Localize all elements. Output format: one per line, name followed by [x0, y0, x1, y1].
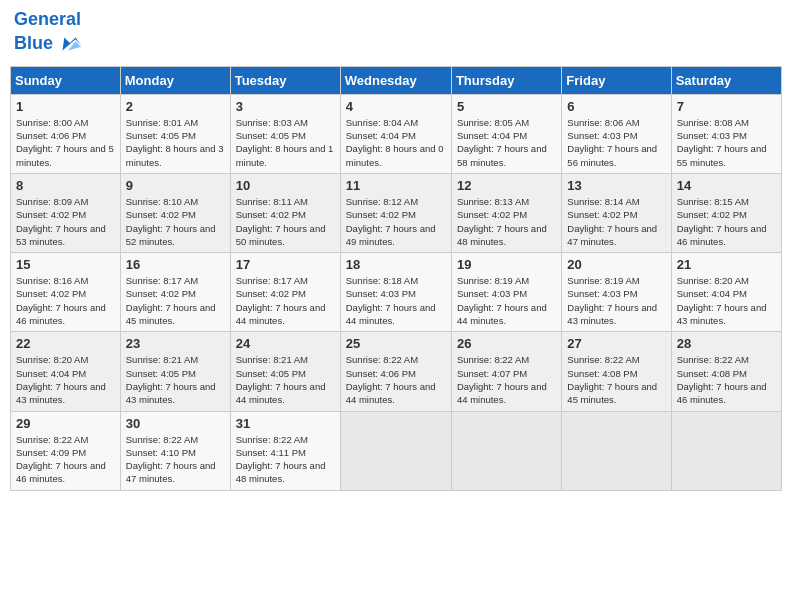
- day-detail: Sunrise: 8:13 AMSunset: 4:02 PMDaylight:…: [457, 195, 556, 248]
- day-detail: Sunrise: 8:20 AMSunset: 4:04 PMDaylight:…: [677, 274, 776, 327]
- day-number: 13: [567, 178, 665, 193]
- day-detail: Sunrise: 8:14 AMSunset: 4:02 PMDaylight:…: [567, 195, 665, 248]
- weekday-header-friday: Friday: [562, 66, 671, 94]
- calendar-cell: [340, 411, 451, 490]
- calendar-cell: 25 Sunrise: 8:22 AMSunset: 4:06 PMDaylig…: [340, 332, 451, 411]
- calendar-cell: 24 Sunrise: 8:21 AMSunset: 4:05 PMDaylig…: [230, 332, 340, 411]
- day-number: 5: [457, 99, 556, 114]
- day-detail: Sunrise: 8:19 AMSunset: 4:03 PMDaylight:…: [567, 274, 665, 327]
- calendar-cell: 9 Sunrise: 8:10 AMSunset: 4:02 PMDayligh…: [120, 173, 230, 252]
- calendar-cell: 3 Sunrise: 8:03 AMSunset: 4:05 PMDayligh…: [230, 94, 340, 173]
- calendar-cell: 10 Sunrise: 8:11 AMSunset: 4:02 PMDaylig…: [230, 173, 340, 252]
- calendar-cell: 31 Sunrise: 8:22 AMSunset: 4:11 PMDaylig…: [230, 411, 340, 490]
- calendar-cell: 1 Sunrise: 8:00 AMSunset: 4:06 PMDayligh…: [11, 94, 121, 173]
- calendar-cell: 15 Sunrise: 8:16 AMSunset: 4:02 PMDaylig…: [11, 253, 121, 332]
- calendar-cell: 8 Sunrise: 8:09 AMSunset: 4:02 PMDayligh…: [11, 173, 121, 252]
- weekday-header-saturday: Saturday: [671, 66, 781, 94]
- day-number: 2: [126, 99, 225, 114]
- day-detail: Sunrise: 8:16 AMSunset: 4:02 PMDaylight:…: [16, 274, 115, 327]
- day-number: 7: [677, 99, 776, 114]
- day-detail: Sunrise: 8:00 AMSunset: 4:06 PMDaylight:…: [16, 116, 115, 169]
- weekday-header-thursday: Thursday: [451, 66, 561, 94]
- day-number: 8: [16, 178, 115, 193]
- day-detail: Sunrise: 8:06 AMSunset: 4:03 PMDaylight:…: [567, 116, 665, 169]
- weekday-header-row: SundayMondayTuesdayWednesdayThursdayFrid…: [11, 66, 782, 94]
- calendar-cell: 17 Sunrise: 8:17 AMSunset: 4:02 PMDaylig…: [230, 253, 340, 332]
- day-detail: Sunrise: 8:08 AMSunset: 4:03 PMDaylight:…: [677, 116, 776, 169]
- calendar-cell: 28 Sunrise: 8:22 AMSunset: 4:08 PMDaylig…: [671, 332, 781, 411]
- day-detail: Sunrise: 8:04 AMSunset: 4:04 PMDaylight:…: [346, 116, 446, 169]
- calendar-week-row: 22 Sunrise: 8:20 AMSunset: 4:04 PMDaylig…: [11, 332, 782, 411]
- calendar-cell: [451, 411, 561, 490]
- day-detail: Sunrise: 8:20 AMSunset: 4:04 PMDaylight:…: [16, 353, 115, 406]
- day-detail: Sunrise: 8:17 AMSunset: 4:02 PMDaylight:…: [126, 274, 225, 327]
- day-detail: Sunrise: 8:22 AMSunset: 4:11 PMDaylight:…: [236, 433, 335, 486]
- day-number: 31: [236, 416, 335, 431]
- day-number: 9: [126, 178, 225, 193]
- day-number: 19: [457, 257, 556, 272]
- day-detail: Sunrise: 8:22 AMSunset: 4:09 PMDaylight:…: [16, 433, 115, 486]
- day-detail: Sunrise: 8:03 AMSunset: 4:05 PMDaylight:…: [236, 116, 335, 169]
- day-detail: Sunrise: 8:19 AMSunset: 4:03 PMDaylight:…: [457, 274, 556, 327]
- calendar-cell: 21 Sunrise: 8:20 AMSunset: 4:04 PMDaylig…: [671, 253, 781, 332]
- day-detail: Sunrise: 8:10 AMSunset: 4:02 PMDaylight:…: [126, 195, 225, 248]
- weekday-header-sunday: Sunday: [11, 66, 121, 94]
- day-detail: Sunrise: 8:22 AMSunset: 4:08 PMDaylight:…: [677, 353, 776, 406]
- day-number: 21: [677, 257, 776, 272]
- day-detail: Sunrise: 8:11 AMSunset: 4:02 PMDaylight:…: [236, 195, 335, 248]
- day-number: 23: [126, 336, 225, 351]
- calendar-cell: 26 Sunrise: 8:22 AMSunset: 4:07 PMDaylig…: [451, 332, 561, 411]
- weekday-header-monday: Monday: [120, 66, 230, 94]
- day-number: 20: [567, 257, 665, 272]
- weekday-header-wednesday: Wednesday: [340, 66, 451, 94]
- calendar-cell: 13 Sunrise: 8:14 AMSunset: 4:02 PMDaylig…: [562, 173, 671, 252]
- calendar-cell: 5 Sunrise: 8:05 AMSunset: 4:04 PMDayligh…: [451, 94, 561, 173]
- day-detail: Sunrise: 8:21 AMSunset: 4:05 PMDaylight:…: [236, 353, 335, 406]
- day-number: 30: [126, 416, 225, 431]
- calendar-cell: 18 Sunrise: 8:18 AMSunset: 4:03 PMDaylig…: [340, 253, 451, 332]
- day-number: 1: [16, 99, 115, 114]
- day-number: 17: [236, 257, 335, 272]
- day-detail: Sunrise: 8:12 AMSunset: 4:02 PMDaylight:…: [346, 195, 446, 248]
- calendar-cell: [562, 411, 671, 490]
- day-number: 6: [567, 99, 665, 114]
- day-number: 27: [567, 336, 665, 351]
- day-number: 22: [16, 336, 115, 351]
- day-detail: Sunrise: 8:15 AMSunset: 4:02 PMDaylight:…: [677, 195, 776, 248]
- calendar-cell: 30 Sunrise: 8:22 AMSunset: 4:10 PMDaylig…: [120, 411, 230, 490]
- day-detail: Sunrise: 8:22 AMSunset: 4:08 PMDaylight:…: [567, 353, 665, 406]
- day-number: 28: [677, 336, 776, 351]
- calendar-cell: 27 Sunrise: 8:22 AMSunset: 4:08 PMDaylig…: [562, 332, 671, 411]
- calendar-cell: 20 Sunrise: 8:19 AMSunset: 4:03 PMDaylig…: [562, 253, 671, 332]
- calendar-body: 1 Sunrise: 8:00 AMSunset: 4:06 PMDayligh…: [11, 94, 782, 490]
- day-detail: Sunrise: 8:22 AMSunset: 4:06 PMDaylight:…: [346, 353, 446, 406]
- day-number: 29: [16, 416, 115, 431]
- day-detail: Sunrise: 8:22 AMSunset: 4:10 PMDaylight:…: [126, 433, 225, 486]
- day-detail: Sunrise: 8:17 AMSunset: 4:02 PMDaylight:…: [236, 274, 335, 327]
- day-number: 16: [126, 257, 225, 272]
- day-number: 3: [236, 99, 335, 114]
- calendar-cell: [671, 411, 781, 490]
- calendar-cell: 22 Sunrise: 8:20 AMSunset: 4:04 PMDaylig…: [11, 332, 121, 411]
- day-detail: Sunrise: 8:18 AMSunset: 4:03 PMDaylight:…: [346, 274, 446, 327]
- day-number: 18: [346, 257, 446, 272]
- day-number: 15: [16, 257, 115, 272]
- logo: General Blue: [14, 10, 83, 58]
- calendar-cell: 4 Sunrise: 8:04 AMSunset: 4:04 PMDayligh…: [340, 94, 451, 173]
- calendar-table: SundayMondayTuesdayWednesdayThursdayFrid…: [10, 66, 782, 491]
- day-number: 11: [346, 178, 446, 193]
- calendar-week-row: 8 Sunrise: 8:09 AMSunset: 4:02 PMDayligh…: [11, 173, 782, 252]
- calendar-week-row: 29 Sunrise: 8:22 AMSunset: 4:09 PMDaylig…: [11, 411, 782, 490]
- day-number: 26: [457, 336, 556, 351]
- calendar-cell: 2 Sunrise: 8:01 AMSunset: 4:05 PMDayligh…: [120, 94, 230, 173]
- calendar-cell: 23 Sunrise: 8:21 AMSunset: 4:05 PMDaylig…: [120, 332, 230, 411]
- calendar-cell: 19 Sunrise: 8:19 AMSunset: 4:03 PMDaylig…: [451, 253, 561, 332]
- calendar-cell: 7 Sunrise: 8:08 AMSunset: 4:03 PMDayligh…: [671, 94, 781, 173]
- day-number: 4: [346, 99, 446, 114]
- day-detail: Sunrise: 8:09 AMSunset: 4:02 PMDaylight:…: [16, 195, 115, 248]
- day-detail: Sunrise: 8:01 AMSunset: 4:05 PMDaylight:…: [126, 116, 225, 169]
- calendar-week-row: 15 Sunrise: 8:16 AMSunset: 4:02 PMDaylig…: [11, 253, 782, 332]
- calendar-week-row: 1 Sunrise: 8:00 AMSunset: 4:06 PMDayligh…: [11, 94, 782, 173]
- calendar-cell: 11 Sunrise: 8:12 AMSunset: 4:02 PMDaylig…: [340, 173, 451, 252]
- day-number: 14: [677, 178, 776, 193]
